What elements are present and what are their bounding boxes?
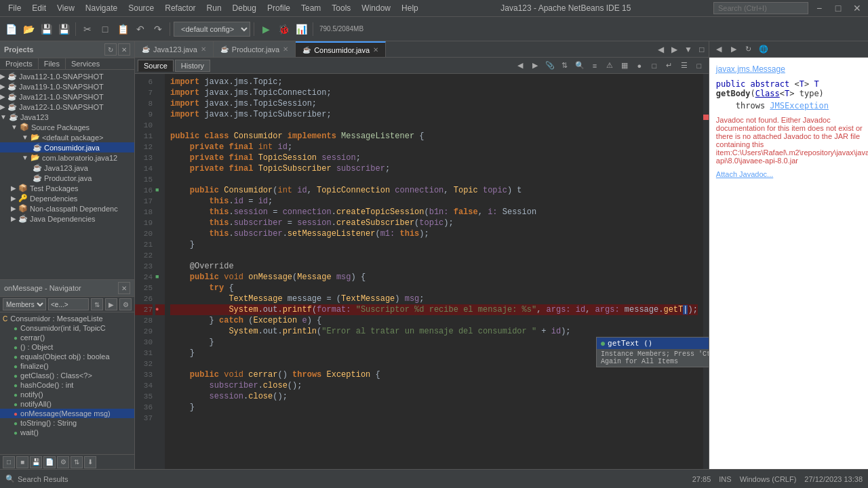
sidebar-close-btn[interactable]: ✕ — [118, 43, 130, 56]
nav-hashcode-item[interactable]: ● hashCode() : int — [0, 380, 134, 390]
maximize-button[interactable]: □ — [830, 0, 846, 16]
navigator-members-select[interactable]: Members — [3, 298, 46, 310]
javadoc-exception-link[interactable]: JMSException — [770, 101, 829, 110]
java-deps-item[interactable]: ▶ ☕ Java Dependencies — [0, 214, 134, 224]
nav-cerrar-item[interactable]: ● cerrar() — [0, 333, 134, 342]
nav-bottom-btn7[interactable]: ⬇ — [84, 456, 96, 468]
nav-clone-item[interactable]: ● () : Object — [0, 342, 134, 352]
nav-equals-item[interactable]: ● equals(Object obj) : boolea — [0, 352, 134, 361]
javadoc-reload-btn[interactable]: ↻ — [742, 43, 755, 56]
tab-consumidor[interactable]: ☕ Consumidor.java ✕ — [296, 41, 386, 57]
project-java121[interactable]: ▶ ☕ Java121-1.0-SNAPSHOT — [0, 92, 134, 102]
autocomplete-item[interactable]: ● getText () String — [597, 338, 709, 349]
run-btn[interactable]: ▶ — [258, 21, 274, 37]
tab-dropdown-btn[interactable]: ▼ — [682, 41, 695, 58]
copy-btn[interactable]: □ — [97, 21, 113, 37]
code-editor[interactable]: 6 7 8 9 10 11 12 13 14 15 16 17 18 19 20… — [135, 74, 709, 469]
new-project-btn[interactable]: 📄 — [3, 21, 19, 37]
nav-constructor-item[interactable]: ● Consumidor(int id, TopicC — [0, 323, 134, 333]
project-java122[interactable]: ▶ ☕ Java122-1.0-SNAPSHOT — [0, 102, 134, 112]
tab-java123[interactable]: ☕ Java123.java ✕ — [135, 41, 214, 57]
com-laboratorio-item[interactable]: ▼ 📂 com.laboratorio.java12 — [0, 152, 134, 163]
tab-close-btn[interactable]: ✕ — [201, 45, 206, 53]
watch-btn[interactable]: □ — [648, 59, 661, 73]
forward-btn[interactable]: ▶ — [528, 59, 542, 73]
tab-close-btn[interactable]: ✕ — [373, 46, 378, 54]
nav-bottom-btn2[interactable]: ■ — [16, 456, 28, 468]
navigator-expand-btn[interactable]: ▶ — [105, 298, 117, 310]
paste-btn[interactable]: 📋 — [115, 21, 131, 37]
nav-tostring-item[interactable]: ● toString() : String — [0, 418, 134, 428]
nav-bottom-btn1[interactable]: □ — [3, 456, 15, 468]
save-btn[interactable]: 💾 — [38, 21, 54, 37]
nav-getclass-item[interactable]: ● getClass() : Class<?> — [0, 371, 134, 380]
menu-team[interactable]: Team — [296, 2, 326, 14]
nav-notify-item[interactable]: ● notify() — [0, 390, 134, 399]
navigator-filter-input[interactable] — [48, 298, 89, 310]
editor-maximize-btn[interactable]: □ — [695, 41, 709, 58]
menu-window[interactable]: Window — [356, 2, 396, 14]
productor-java-item[interactable]: ☕ Productor.java — [0, 173, 134, 183]
nav-class-item[interactable]: C Consumidor : MessageListe — [0, 314, 134, 323]
menu-profile[interactable]: Profile — [262, 2, 296, 14]
navigator-settings-btn[interactable]: ⚙ — [119, 298, 132, 310]
default-package-item[interactable]: ▼ 📂 <default package> — [0, 132, 134, 142]
highlight-btn[interactable]: ≡ — [588, 59, 601, 73]
menu-source[interactable]: Source — [123, 2, 159, 14]
minimize-button[interactable]: − — [811, 0, 827, 16]
toggle-btn[interactable]: ⇅ — [558, 59, 572, 73]
tab-scroll-right[interactable]: ▶ — [668, 41, 682, 58]
javadoc-forward-btn[interactable]: ▶ — [727, 43, 741, 56]
javadoc-back-btn[interactable]: ◀ — [712, 43, 726, 56]
navigator-sort-btn[interactable]: ⇅ — [91, 298, 103, 310]
nav-bottom-btn6[interactable]: ⇅ — [71, 456, 83, 468]
macro-btn[interactable]: ▦ — [618, 59, 631, 73]
nav-onmessage-item[interactable]: ● onMessage(Message msg) — [0, 409, 134, 418]
project-java123[interactable]: ▼ ☕ Java123 — [0, 112, 134, 122]
nav-bottom-btn5[interactable]: ⚙ — [57, 456, 69, 468]
open-project-btn[interactable]: 📂 — [20, 21, 37, 37]
tab-close-btn[interactable]: ✕ — [283, 45, 288, 53]
profile-btn[interactable]: 📊 — [293, 21, 309, 37]
services-tab[interactable]: Services — [66, 58, 105, 69]
expand-editor-btn[interactable]: □ — [692, 59, 706, 73]
menu-debug[interactable]: Debug — [227, 2, 262, 14]
menu-refactor[interactable]: Refactor — [159, 2, 201, 14]
javadoc-browser-btn[interactable]: 🌐 — [757, 43, 770, 56]
tab-productor[interactable]: ☕ Productor.java ✕ — [214, 41, 296, 57]
undo-btn[interactable]: ↶ — [132, 21, 149, 37]
source-packages-item[interactable]: ▼ 📦 Source Packages — [0, 122, 134, 132]
project-java119[interactable]: ▶ ☕ Java119-1.0-SNAPSHOT — [0, 81, 134, 92]
nav-wait-item[interactable]: ● wait() — [0, 428, 134, 437]
dependencies-item[interactable]: ▶ 🔑 Dependencies — [0, 193, 134, 203]
tasks-btn[interactable]: ☰ — [677, 59, 691, 73]
navigator-close-btn[interactable]: ✕ — [118, 282, 130, 294]
menu-view[interactable]: View — [52, 2, 80, 14]
config-select[interactable]: <default config> — [174, 22, 250, 37]
menu-help[interactable]: Help — [396, 2, 424, 14]
javadoc-class-link[interactable]: javax.jms.Message — [716, 64, 785, 74]
java123-java-item[interactable]: ☕ Java123.java — [0, 163, 134, 173]
sidebar-sync-btn[interactable]: ↻ — [104, 43, 117, 56]
menu-run[interactable]: Run — [201, 2, 227, 14]
search-input[interactable] — [713, 2, 808, 14]
linewrap-btn[interactable]: ↵ — [663, 59, 676, 73]
menu-file[interactable]: File — [3, 2, 26, 14]
project-java112[interactable]: ▶ ☕ Java112-1.0-SNAPSHOT — [0, 71, 134, 81]
attach-javadoc-link[interactable]: Attach Javadoc... — [716, 170, 868, 178]
nav-bottom-btn4[interactable]: 📄 — [43, 456, 56, 468]
menu-navigate[interactable]: Navigate — [80, 2, 123, 14]
debug-btn[interactable]: 🐞 — [275, 21, 292, 37]
annotation-btn[interactable]: ⚠ — [603, 59, 616, 73]
files-tab[interactable]: Files — [39, 58, 66, 69]
redo-btn[interactable]: ↷ — [150, 21, 166, 37]
cut-btn[interactable]: ✂ — [79, 21, 96, 37]
menu-tools[interactable]: Tools — [326, 2, 356, 14]
nav-notifyall-item[interactable]: ● notifyAll() — [0, 399, 134, 409]
test-packages-item[interactable]: ▶ 📦 Test Packages — [0, 183, 134, 193]
history-tab-btn[interactable]: History — [175, 60, 210, 72]
back-btn[interactable]: ◀ — [513, 59, 527, 73]
non-classpath-item[interactable]: ▶ 📦 Non-classpath Dependenc — [0, 203, 134, 214]
menu-edit[interactable]: Edit — [26, 2, 52, 14]
close-button[interactable]: ✕ — [849, 0, 865, 16]
